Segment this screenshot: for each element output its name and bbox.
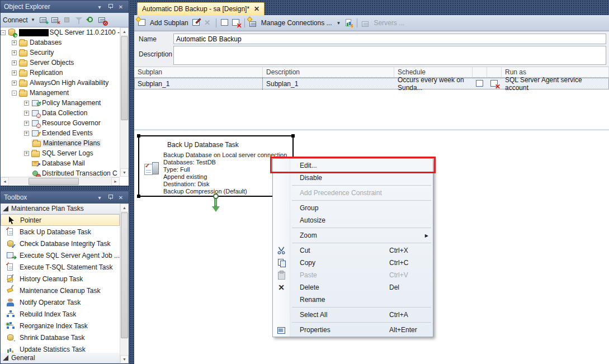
add-subplan-button[interactable]: Add Subplan (150, 19, 188, 27)
selection-handle[interactable] (137, 195, 140, 198)
window-position-icon[interactable]: ▾ (95, 3, 104, 11)
toolbox-item-notify-operator-task[interactable]: Notify Operator Task (1, 296, 120, 308)
menu-item-delete[interactable]: ✕ Delete Del (273, 281, 433, 294)
toolbox-section-maintenance-plan-tasks[interactable]: Maintenance Plan Tasks (1, 204, 120, 214)
toolbox-item-check-database-integrity-task[interactable]: ✓ Check Database Integrity Task (1, 238, 120, 249)
manage-connections-icon[interactable] (249, 18, 258, 27)
toolbox-item-reorganize-index-task[interactable]: ✳ Reorganize Index Task (1, 320, 120, 332)
toolbox-item-execute-sql-agent-job-task[interactable]: ➔ Execute SQL Server Agent Job ... (1, 249, 120, 261)
menu-item-select-all[interactable]: Select All Ctrl+A (273, 309, 433, 321)
refresh-icon[interactable] (86, 16, 95, 25)
reporting-icon[interactable] (344, 18, 353, 27)
add-subplan-icon[interactable] (138, 18, 147, 27)
subplan-schedule-icon[interactable] (220, 18, 229, 27)
scrollbar-thumb[interactable] (121, 36, 128, 120)
menu-item-cut[interactable]: Cut Ctrl+X (273, 244, 433, 257)
scrollbar-thumb[interactable] (29, 178, 79, 185)
remove-schedule-icon[interactable]: ✕ (232, 18, 240, 27)
tree-item-security[interactable]: + Security (1, 48, 120, 58)
expand-icon[interactable]: + (12, 40, 17, 45)
toolbox-item-execute-tsql-statement-task[interactable]: ✓ Execute T-SQL Statement Task (1, 261, 120, 273)
tree-item-server[interactable]: - SQL Server 11.0.2100 - (1, 27, 120, 37)
menu-item-autosize[interactable]: Autosize (273, 214, 433, 226)
toolbox-titlebar[interactable]: Toolbox ▾ ✕ (1, 191, 129, 204)
disconnect-server-icon[interactable]: × (51, 16, 60, 25)
pin-icon[interactable] (106, 3, 115, 11)
chevron-down-icon[interactable]: ▼ (336, 21, 341, 26)
menu-item-rename[interactable]: Rename (273, 294, 433, 306)
toolbox-item-history-cleanup-task[interactable]: History Cleanup Task (1, 273, 120, 285)
toolbox-item-rebuild-index-task[interactable]: Rebuild Index Task (1, 308, 120, 320)
filter-icon[interactable] (74, 16, 83, 25)
menu-item-group[interactable]: Group (273, 202, 433, 214)
tree-item-databases[interactable]: + Databases (1, 37, 120, 48)
tree-item-alwayson[interactable]: + AlwaysOn High Availability (1, 78, 120, 88)
subplan-cell[interactable]: Subplan_1 (134, 78, 263, 89)
scroll-up-icon[interactable]: ▲ (120, 27, 129, 36)
vertical-scrollbar[interactable]: ▲ ▼ (120, 204, 129, 363)
expand-icon[interactable]: + (12, 81, 17, 86)
tree-item-resource-governor[interactable]: + ↓ Resource Governor (1, 118, 120, 128)
tree-item-database-mail[interactable]: ↗ Database Mail (1, 158, 120, 168)
edit-schedule-icon[interactable] (473, 78, 487, 89)
toolbox-section-general[interactable]: General (1, 353, 120, 363)
precedence-arrow[interactable] (212, 198, 220, 214)
window-position-icon[interactable]: ▾ (95, 193, 104, 201)
connection-point[interactable] (213, 193, 219, 199)
horizontal-scrollbar[interactable]: ◄ ► (1, 177, 120, 186)
tree-item-maintenance-plans[interactable]: Maintenance Plans (1, 138, 120, 148)
tree-item-extended-events[interactable]: + Extended Events (1, 128, 120, 138)
connect-button[interactable]: Connect ▼ (3, 16, 36, 24)
scroll-down-icon[interactable]: ▼ (120, 355, 129, 363)
tree-item-server-objects[interactable]: + Server Objects (1, 58, 120, 68)
expand-icon[interactable]: + (24, 101, 29, 106)
menu-item-zoom[interactable]: Zoom ▶ (273, 229, 433, 242)
expand-icon[interactable]: + (12, 70, 17, 75)
document-tab[interactable]: Automatic DB Backup - sa [Design]* ✕ (137, 2, 265, 15)
tree-item-policy-management[interactable]: + ↺ Policy Management (1, 98, 120, 108)
stop-service-icon[interactable] (98, 16, 107, 25)
toolbox-item-shrink-database-task[interactable]: → Shrink Database Task (1, 332, 120, 343)
toolbox-item-backup-database-task[interactable]: ✓ Back Up Database Task (1, 226, 120, 238)
menu-item-properties[interactable]: Properties Alt+Enter (273, 324, 433, 336)
expand-icon[interactable]: + (24, 121, 29, 126)
toolbox-item-maintenance-cleanup-task[interactable]: Maintenance Cleanup Task (1, 285, 120, 296)
expand-icon[interactable]: + (12, 60, 17, 65)
scroll-left-icon[interactable]: ◄ (1, 177, 9, 186)
tree-item-distributed-transaction[interactable]: Distributed Transaction C (1, 168, 120, 177)
column-header-description[interactable]: Description (263, 67, 394, 78)
scroll-up-icon[interactable]: ▲ (120, 204, 129, 212)
menu-item-disable[interactable]: Disable (273, 172, 433, 184)
expand-icon[interactable]: + (12, 50, 17, 55)
remove-schedule-icon[interactable]: ✕ (487, 78, 502, 89)
schedule-cell[interactable]: Occurs every week on Sunda... (394, 78, 473, 89)
expand-icon[interactable]: + (24, 151, 29, 156)
manage-connections-button[interactable]: Manage Connections ... (261, 19, 332, 27)
description-input[interactable] (173, 46, 606, 65)
scrollbar-thumb[interactable] (121, 212, 128, 338)
scroll-down-icon[interactable]: ▼ (120, 168, 129, 177)
selection-handle[interactable] (137, 134, 140, 138)
menu-item-copy[interactable]: Copy Ctrl+C (273, 257, 433, 269)
object-explorer-titlebar[interactable]: Object Explorer ▾ ✕ (1, 1, 129, 13)
toolbox-item-pointer[interactable]: Pointer (1, 214, 120, 226)
close-icon[interactable]: ✕ (116, 193, 125, 201)
tree-item-sql-server-logs[interactable]: + SQL Server Logs (1, 148, 120, 158)
connect-server-icon[interactable]: + (39, 16, 48, 25)
expand-icon[interactable]: + (24, 131, 29, 136)
scroll-right-icon[interactable]: ► (111, 177, 120, 186)
name-input[interactable] (173, 34, 606, 44)
pin-icon[interactable] (106, 193, 115, 201)
column-header-subplan[interactable]: Subplan (134, 67, 263, 78)
description-cell[interactable]: Subplan_1 (263, 78, 394, 89)
collapse-icon[interactable]: - (12, 91, 17, 96)
expand-icon[interactable]: + (24, 111, 29, 116)
collapse-icon[interactable]: - (1, 30, 6, 35)
tree-item-replication[interactable]: + Replication (1, 68, 120, 78)
selection-handle[interactable] (291, 134, 295, 138)
close-icon[interactable]: ✕ (116, 3, 125, 11)
tree-item-management[interactable]: - Management (1, 88, 120, 98)
subplan-properties-icon[interactable] (192, 18, 201, 27)
vertical-scrollbar[interactable]: ▲ ▼ (120, 27, 129, 177)
tree-item-data-collection[interactable]: + ↓ Data Collection (1, 108, 120, 118)
